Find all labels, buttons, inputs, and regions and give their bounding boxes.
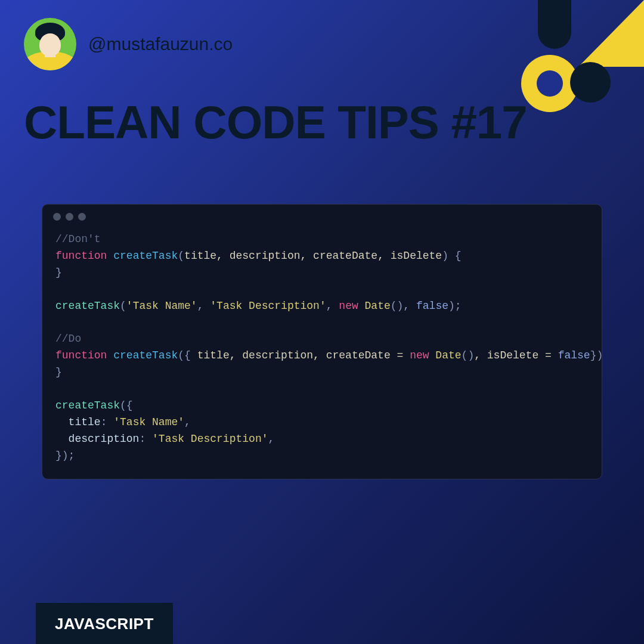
code-params: title, description, createDate =: [197, 349, 410, 361]
window-controls: [42, 205, 602, 225]
code-string: 'Task Name': [126, 300, 197, 312]
code-keyword: new: [410, 349, 429, 361]
code-string: 'Task Name': [113, 416, 184, 428]
code-boolean: false: [558, 349, 590, 361]
code-body: //Don't function createTask(title, descr…: [42, 225, 602, 478]
code-params: , isDelete =: [474, 349, 558, 361]
window-dot-icon: [66, 213, 73, 221]
code-space: [358, 300, 365, 312]
code-punct: ) {: [442, 250, 461, 262]
language-tag: JAVASCRIPT: [36, 603, 173, 644]
code-punct: ({: [178, 349, 197, 361]
code-function-name: createTask: [113, 349, 178, 361]
header: @mustafauzun.co: [0, 0, 644, 70]
code-punct: :: [101, 416, 114, 428]
code-string: 'Task Description': [152, 433, 268, 445]
code-punct: ,: [184, 416, 191, 428]
code-punct: ,: [197, 300, 210, 312]
code-call: createTask: [55, 300, 120, 312]
page-title: CLEAN CODE TIPS #17: [0, 70, 644, 144]
code-function-name: createTask: [113, 250, 178, 262]
code-punct: ,: [326, 300, 339, 312]
code-params: title, description, createDate, isDelete: [184, 250, 442, 262]
window-dot-icon: [53, 213, 61, 221]
author-handle: @mustafauzun.co: [88, 34, 233, 54]
code-punct: ,: [268, 433, 274, 445]
code-space: [429, 349, 436, 361]
code-punct: }) {: [590, 349, 602, 361]
code-keyword: function: [55, 250, 107, 262]
code-comment: //Don't: [55, 233, 101, 245]
code-punct: (: [178, 250, 184, 262]
code-window: //Don't function createTask(title, descr…: [42, 204, 602, 479]
code-punct: (): [462, 349, 475, 361]
code-class: Date: [435, 349, 461, 361]
code-keyword: function: [55, 349, 107, 361]
code-call: createTask: [55, 400, 120, 411]
code-comment: //Do: [55, 333, 81, 345]
code-class: Date: [365, 300, 391, 312]
code-punct: }: [55, 366, 62, 378]
code-punct: ({: [120, 400, 133, 411]
avatar: [24, 18, 76, 70]
code-punct: (),: [391, 300, 416, 312]
code-boolean: false: [416, 300, 448, 312]
code-prop: title: [55, 416, 101, 428]
code-punct: }: [55, 267, 62, 278]
code-punct: });: [55, 450, 75, 462]
code-punct: );: [448, 300, 462, 312]
code-string: 'Task Description': [210, 300, 326, 312]
code-punct: :: [139, 433, 152, 445]
code-keyword: new: [339, 300, 358, 312]
code-prop: description: [55, 433, 139, 445]
window-dot-icon: [78, 213, 86, 221]
code-punct: (: [120, 300, 126, 312]
